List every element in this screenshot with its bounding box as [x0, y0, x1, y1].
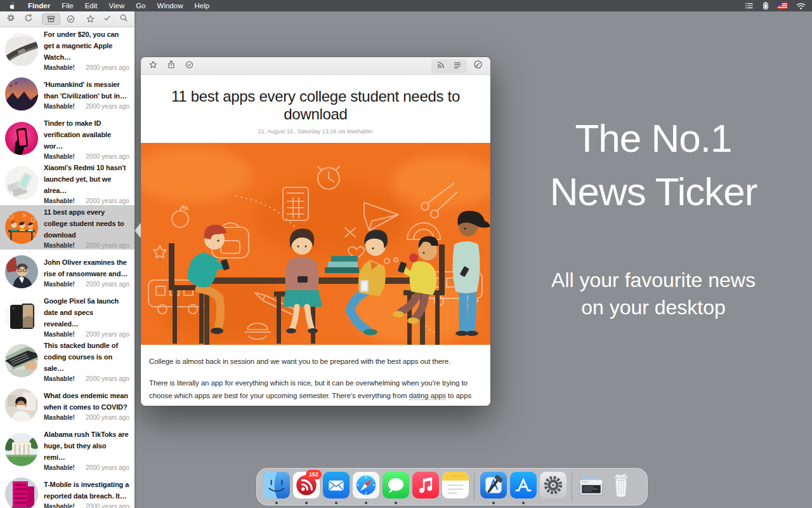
news-source: Mashable! [44, 242, 75, 249]
news-title: What does endemic mean when it comes to … [44, 392, 128, 411]
dock-system-preferences[interactable] [538, 472, 568, 505]
popover-arrow [134, 223, 141, 238]
news-time: 2000 years ago [86, 242, 129, 249]
dock-notes[interactable] [440, 472, 470, 505]
news-item-xiaomi[interactable]: Xiaomi's Redmi 10 hasn't launched yet, b… [0, 161, 134, 205]
running-indicator [305, 502, 308, 504]
menu-window[interactable]: Window [152, 0, 189, 11]
dock-finder[interactable] [261, 472, 291, 505]
apple-logo-icon[interactable] [0, 1, 22, 11]
settings-gear-icon[interactable] [6, 13, 15, 25]
news-list: For under $20, you can get a magnetic Ap… [0, 27, 134, 508]
notification-list-icon[interactable] [745, 2, 754, 10]
rss-icon[interactable] [436, 60, 445, 72]
news-title: Google Pixel 5a launch date and specs re… [44, 297, 119, 328]
reader-lines-icon[interactable] [453, 60, 462, 72]
dock-trash[interactable] [606, 472, 636, 505]
running-indicator [335, 502, 337, 504]
news-item-coding[interactable]: This stacked bundle of coding courses is… [0, 338, 134, 383]
notification-badge: 152 [306, 470, 322, 479]
covid-worker-photo [5, 389, 38, 422]
star-icon[interactable] [81, 13, 100, 25]
menu-edit[interactable]: Edit [79, 0, 103, 11]
battery-icon[interactable] [763, 1, 769, 10]
sidebar-toolbar [0, 11, 134, 27]
article-window: 11 best apps every college student needs… [141, 57, 490, 406]
news-item-college-apps[interactable]: 11 best apps every college student needs… [0, 205, 134, 250]
news-title: Alabama rush TikToks are huge, but they … [44, 431, 129, 461]
us-flag-icon[interactable] [778, 3, 787, 9]
news-title: For under $20, you can get a magnetic Ap… [44, 30, 119, 61]
refresh-icon[interactable] [24, 13, 33, 25]
running-indicator [522, 502, 525, 504]
archive-box-icon[interactable] [42, 13, 60, 25]
xiaomi-phones-photo [5, 166, 38, 199]
john-oliver-photo [5, 255, 38, 288]
article-paragraph-1: College is almost back in session and we… [149, 355, 482, 368]
news-item-alabama[interactable]: Alabama rush TikToks are huge, but they … [0, 427, 134, 472]
news-title: 'Humankind' is messier than 'Civilizatio… [44, 81, 127, 100]
menu-bar: Finder File Edit View Go Window Help [0, 0, 812, 11]
desktop: { "menu_bar": { "apple_menu_icon": "appl… [0, 0, 812, 508]
news-title: T-Mobile is investigating a reported dat… [44, 481, 129, 500]
dock-safari[interactable] [351, 472, 381, 505]
news-title: This stacked bundle of coding courses is… [44, 342, 118, 372]
news-title: Tinder to make ID verification available… [44, 119, 111, 150]
news-item-humankind[interactable]: 'Humankind' is messier than 'Civilizatio… [0, 72, 134, 116]
article-meta: 21. August 16., Saturday 13:16 via Masha… [141, 128, 490, 135]
article-title: 11 best apps every college student needs… [159, 88, 473, 123]
news-item-tinder[interactable]: Tinder to make ID verification available… [0, 116, 134, 161]
news-time: 2000 years ago [86, 503, 129, 508]
article-toolbar [141, 57, 490, 75]
wifi-icon[interactable] [796, 3, 806, 10]
news-time: 2000 years ago [86, 103, 129, 110]
dock-app-store[interactable] [508, 472, 538, 505]
news-item-apple-watch[interactable]: For under $20, you can get a magnetic Ap… [0, 27, 134, 72]
article-hero-image [141, 143, 490, 345]
pixel-phone-photo [5, 300, 38, 333]
dock-news-ticker[interactable]: 152 [291, 472, 321, 505]
news-item-covid[interactable]: What does endemic mean when it comes to … [0, 383, 134, 427]
menu-go[interactable]: Go [130, 0, 151, 11]
check-circle-icon[interactable] [62, 13, 80, 25]
wallpaper-headline: The No.1 News Ticker [517, 112, 790, 219]
dock-xcode[interactable] [478, 472, 508, 505]
menu-help[interactable]: Help [188, 0, 215, 11]
news-title: Xiaomi's Redmi 10 hasn't launched yet, b… [44, 164, 126, 194]
laptop-coding-photo [5, 344, 38, 377]
running-indicator [275, 502, 278, 504]
check-circle-icon[interactable] [185, 60, 194, 72]
news-source: Mashable! [44, 331, 75, 338]
news-time: 2000 years ago [86, 197, 129, 204]
dating-apps-link[interactable]: dating apps [409, 392, 446, 400]
star-icon[interactable] [148, 60, 158, 72]
menu-finder[interactable]: Finder [22, 0, 56, 11]
dock-minimized-window[interactable] [576, 472, 606, 505]
game-landscape-photo [5, 77, 38, 110]
open-in-browser-icon[interactable] [473, 60, 483, 72]
news-title: John Oliver examines the rise of ransomw… [44, 258, 128, 277]
headline-line2: News Ticker [517, 165, 790, 218]
alabama-building-photo [5, 433, 38, 466]
news-source: Mashable! [44, 64, 75, 71]
dock-music[interactable] [410, 472, 440, 505]
dock-mail[interactable] [321, 472, 351, 505]
search-icon[interactable] [119, 13, 128, 25]
news-time: 2000 years ago [86, 464, 129, 471]
dock-separator [572, 473, 572, 501]
news-item-tmobile[interactable]: T-Mobile is investigating a reported dat… [0, 472, 134, 508]
news-time: 2000 years ago [86, 375, 129, 382]
checkmark-icon[interactable] [103, 13, 112, 25]
news-source: Mashable! [44, 153, 75, 160]
news-item-pixel[interactable]: Google Pixel 5a launch date and specs re… [0, 294, 134, 338]
article-body: College is almost back in session and we… [141, 345, 490, 406]
news-item-john-oliver[interactable]: John Oliver examines the rise of ransomw… [0, 250, 134, 294]
news-time: 2000 years ago [86, 331, 129, 338]
dock-separator [474, 473, 475, 501]
wallpaper-tagline: All your favourite news on your desktop [517, 267, 790, 321]
news-source: Mashable! [44, 414, 75, 421]
dock-messages[interactable] [381, 472, 410, 505]
menu-file[interactable]: File [56, 0, 79, 11]
share-icon[interactable] [167, 60, 176, 72]
menu-view[interactable]: View [103, 0, 131, 11]
